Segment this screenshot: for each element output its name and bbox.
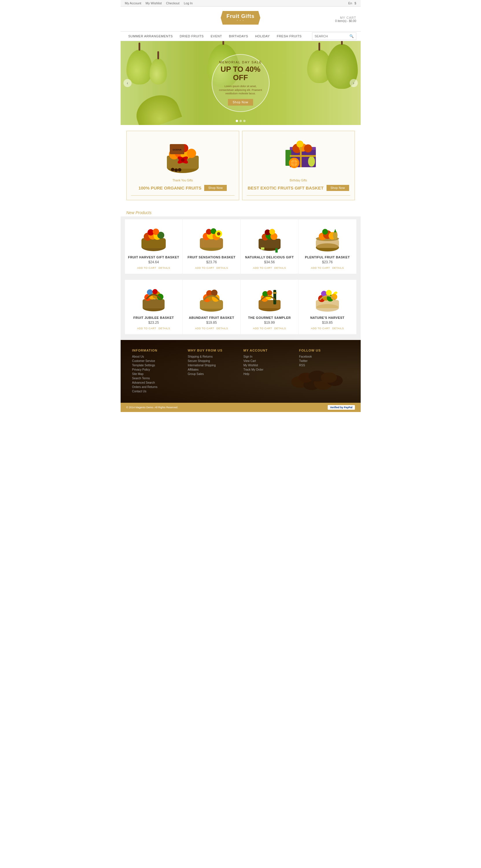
footer-privacy-policy[interactable]: Privacy Policy	[132, 368, 182, 371]
product-4-add-cart[interactable]: ADD TO CART	[311, 267, 330, 269]
footer-about[interactable]: About Us	[132, 355, 182, 358]
svg-point-13	[171, 168, 174, 171]
product-5-add-cart[interactable]: ADD TO CART	[137, 327, 156, 330]
hero-subtitle: Memorial Day Sale	[219, 60, 262, 64]
nav-birthdays[interactable]: BIRTHDAYS	[225, 32, 251, 41]
nav-summer-arrangements[interactable]: SUMMER ARRANGEMENTS	[125, 32, 177, 41]
product-3-add-cart[interactable]: ADD TO CART	[253, 267, 272, 269]
top-bar: My Account My Wishlist Checkout Log In E…	[121, 0, 361, 7]
login-link[interactable]: Log In	[184, 1, 193, 5]
site-header: Fruit Gifts * * * MY CART 0 item(s) - $0…	[121, 7, 361, 31]
hero-next-button[interactable]: ›	[350, 79, 358, 87]
product-4: PLENTIFUL FRUIT BASKET $23.76 ADD TO CAR…	[298, 219, 356, 274]
footer-template-settings[interactable]: Template Settings	[132, 364, 182, 367]
product-8-details[interactable]: DETAILS	[332, 327, 344, 330]
footer-contact-us[interactable]: Contact Us	[132, 390, 182, 393]
promo-left-tag: Thank You Gifts	[172, 179, 193, 182]
footer-orders-returns[interactable]: Orders and Returns	[132, 385, 182, 389]
language-selector[interactable]: En	[348, 1, 352, 5]
svg-rect-81	[273, 290, 276, 304]
product-6-details[interactable]: DETAILS	[216, 327, 228, 330]
hero-dot-3[interactable]	[243, 120, 246, 122]
nav-dried-fruits[interactable]: DRIED FRUITS	[176, 32, 207, 41]
footer-track-order[interactable]: Track My Order	[244, 368, 294, 371]
product-8-price: $19.85	[322, 320, 333, 324]
product-2-details[interactable]: DETAILS	[216, 267, 228, 269]
svg-point-46	[217, 232, 220, 236]
svg-point-71	[153, 289, 158, 294]
products-row-1: FRUIT HARVEST GIFT BASKET $24.64 ADD TO …	[121, 216, 361, 279]
main-nav: SUMMER ARRANGEMENTS DRIED FRUITS EVENT B…	[121, 31, 361, 41]
search-input[interactable]	[312, 33, 347, 39]
footer-sign-in[interactable]: Sign In	[244, 355, 294, 358]
hero-shop-now-button[interactable]: Shop Now	[228, 99, 253, 105]
product-3-name: NATURALLY DELICIOUS GIFT	[245, 255, 294, 259]
product-7-add-cart[interactable]: ADD TO CART	[253, 327, 272, 330]
product-2-name: FRUIT SENSATIONS BASKET	[187, 255, 235, 259]
footer-info-title: INFORMATION	[132, 349, 182, 352]
product-7-price: $19.99	[264, 320, 275, 324]
svg-point-37	[153, 228, 159, 235]
copyright-text: © 2014 Magento Demo. All Rights Reserved…	[126, 406, 178, 409]
promo-right-title: BEST EXOTIC FRUITS GIFT BASKET	[248, 185, 324, 190]
logo[interactable]: Fruit Gifts * * *	[221, 11, 260, 25]
footer-wishlist[interactable]: My Wishlist	[244, 364, 294, 367]
product-1: FRUIT HARVEST GIFT BASKET $24.64 ADD TO …	[125, 219, 183, 274]
search-button[interactable]: 🔍	[347, 33, 356, 40]
product-1-details[interactable]: DETAILS	[159, 267, 170, 269]
nav-holiday[interactable]: HOLIDAY	[252, 32, 273, 41]
product-2-add-cart[interactable]: ADD TO CART	[195, 267, 214, 269]
footer-secure-shopping[interactable]: Secure Shopping	[188, 359, 238, 363]
svg-point-14	[174, 168, 178, 172]
product-1-add-cart[interactable]: ADD TO CART	[137, 267, 156, 269]
svg-point-94	[326, 290, 332, 296]
product-8: NATURE'S HARVEST $19.85 ADD TO CART DETA…	[298, 280, 356, 334]
svg-rect-29	[290, 155, 316, 157]
currency-selector[interactable]: $	[354, 1, 356, 5]
svg-point-22	[296, 141, 303, 148]
svg-point-53	[269, 229, 275, 235]
product-1-actions: ADD TO CART DETAILS	[137, 267, 170, 269]
footer-customer-service[interactable]: Customer Service	[132, 359, 182, 363]
footer-twitter[interactable]: Twitter	[299, 359, 349, 363]
footer-help[interactable]: Help	[244, 372, 294, 376]
svg-rect-65	[142, 299, 165, 308]
product-5-price: $23.25	[149, 320, 159, 324]
footer-search-terms[interactable]: Search Terms	[132, 377, 182, 380]
promo-left-shop-button[interactable]: Shop Now	[204, 185, 227, 191]
footer-group-sales[interactable]: Group Sales	[188, 372, 238, 376]
nav-event[interactable]: EVENT	[207, 32, 225, 41]
promo-right-shop-button[interactable]: Shop Now	[326, 185, 349, 191]
footer-intl-shipping[interactable]: International Shipping	[188, 364, 238, 367]
svg-point-27	[308, 156, 315, 167]
hero-dot-1[interactable]	[236, 120, 238, 122]
product-7-details[interactable]: DETAILS	[274, 327, 286, 330]
svg-rect-80	[259, 300, 281, 308]
nav-fresh-fruits[interactable]: FRESH FRUITS	[273, 32, 305, 41]
hero-dot-2[interactable]	[239, 120, 242, 122]
product-2: FRUIT SENSATIONS BASKET $23.76 ADD TO CA…	[183, 219, 241, 274]
product-6-add-cart[interactable]: ADD TO CART	[195, 327, 214, 330]
product-3-details[interactable]: DETAILS	[274, 267, 286, 269]
product-7-actions: ADD TO CART DETAILS	[253, 327, 286, 330]
product-8-add-cart[interactable]: ADD TO CART	[311, 327, 330, 330]
product-2-actions: ADD TO CART DETAILS	[195, 267, 228, 269]
footer-site-map[interactable]: Site Map	[132, 372, 182, 376]
product-6-image	[194, 284, 229, 313]
footer-facebook[interactable]: Facebook	[299, 355, 349, 358]
product-4-image	[310, 224, 345, 253]
my-account-link[interactable]: My Account	[125, 1, 141, 5]
footer-rss[interactable]: RSS	[299, 364, 349, 367]
svg-point-12	[181, 158, 185, 162]
hero-prev-button[interactable]: ‹	[124, 79, 132, 87]
product-4-details[interactable]: DETAILS	[332, 267, 344, 269]
product-6-actions: ADD TO CART DETAILS	[195, 327, 228, 330]
footer-advanced-search[interactable]: Advanced Search	[132, 381, 182, 384]
footer-shipping[interactable]: Shipping & Returns	[188, 355, 238, 358]
cart-info[interactable]: MY CART 0 item(s) - $0.00	[335, 16, 356, 22]
product-5-details[interactable]: DETAILS	[159, 327, 170, 330]
footer-affiliates[interactable]: Affiliates	[188, 368, 238, 371]
footer-view-cart[interactable]: View Cart	[244, 359, 294, 363]
my-wishlist-link[interactable]: My Wishlist	[146, 1, 162, 5]
checkout-link[interactable]: Checkout	[166, 1, 179, 5]
